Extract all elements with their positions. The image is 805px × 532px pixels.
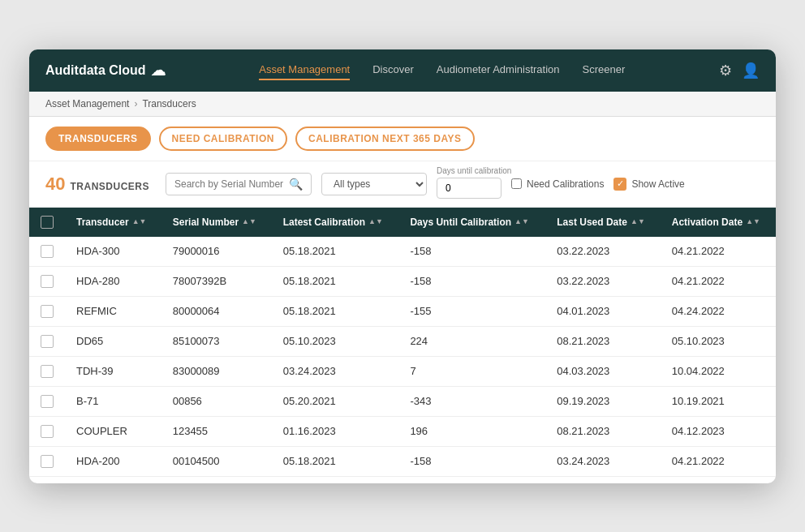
cell-latest-cal-3: 05.10.2023 bbox=[272, 326, 399, 356]
th-days-until[interactable]: Days Until Calibration ▲▼ bbox=[398, 208, 545, 237]
show-active-group: ✓ Show Active bbox=[613, 178, 684, 191]
cell-transducer-8: REFMIC bbox=[65, 476, 161, 483]
cell-last-used-5: 09.19.2023 bbox=[545, 386, 661, 416]
cell-activation-1: 04.21.2022 bbox=[661, 266, 776, 296]
cell-last-used-4: 04.03.2023 bbox=[545, 356, 661, 386]
user-button[interactable]: 👤 bbox=[742, 62, 760, 79]
search-input[interactable] bbox=[174, 178, 284, 190]
table-row: REFMIC 80000064 05.18.2021 -155 04.01.20… bbox=[29, 296, 776, 326]
cell-activation-5: 10.19.2021 bbox=[661, 386, 776, 416]
cell-serial-8: 80000701 bbox=[161, 476, 272, 483]
cell-days-0: -158 bbox=[398, 237, 545, 267]
row-checkbox-cell bbox=[29, 416, 65, 446]
row-checkbox-cell bbox=[29, 476, 65, 483]
cell-activation-4: 10.04.2022 bbox=[661, 356, 776, 386]
cell-days-3: 224 bbox=[398, 326, 545, 356]
cell-transducer-1: HDA-280 bbox=[65, 266, 161, 296]
search-box[interactable]: 🔍 bbox=[166, 173, 312, 195]
cell-transducer-7: HDA-200 bbox=[65, 446, 161, 476]
nav-screener[interactable]: Screener bbox=[583, 60, 626, 80]
cell-serial-6: 123455 bbox=[161, 416, 272, 446]
row-checkbox-cell bbox=[29, 296, 65, 326]
cell-latest-cal-1: 05.18.2021 bbox=[272, 266, 399, 296]
header-checkbox[interactable] bbox=[41, 216, 54, 229]
breadcrumb-separator: › bbox=[134, 98, 137, 109]
row-checkbox-2[interactable] bbox=[41, 305, 54, 318]
days-input-group: Days until calibration bbox=[437, 178, 502, 199]
cell-last-used-2: 04.01.2023 bbox=[545, 296, 661, 326]
breadcrumb-current: Transducers bbox=[142, 98, 196, 109]
th-serial[interactable]: Serial Number ▲▼ bbox=[161, 208, 272, 237]
cloud-icon: ☁ bbox=[151, 62, 166, 79]
navbar-icons: ⚙ 👤 bbox=[719, 62, 760, 79]
cell-days-5: -343 bbox=[398, 386, 545, 416]
nav-audiometer-admin[interactable]: Audiometer Administration bbox=[437, 60, 560, 80]
cell-last-used-3: 08.21.2023 bbox=[545, 326, 661, 356]
need-calibrations-checkbox[interactable] bbox=[511, 178, 522, 189]
cell-days-1: -158 bbox=[398, 266, 545, 296]
cell-days-2: -155 bbox=[398, 296, 545, 326]
table-wrapper: Transducer ▲▼ Serial Number ▲▼ Latest Ca… bbox=[29, 208, 776, 483]
count-label: 40 TRANSDUCERS bbox=[45, 174, 149, 195]
cell-activation-6: 04.12.2023 bbox=[661, 416, 776, 446]
breadcrumb-parent[interactable]: Asset Management bbox=[45, 98, 129, 109]
table-row: TDH-39 83000089 03.24.2023 7 04.03.2023 … bbox=[29, 356, 776, 386]
type-select[interactable]: All types bbox=[321, 173, 427, 195]
brand-name: Auditdata Cloud bbox=[45, 63, 146, 78]
show-active-label: Show Active bbox=[631, 178, 684, 190]
th-last-used[interactable]: Last Used Date ▲▼ bbox=[545, 208, 661, 237]
table-row: B-71 00856 05.20.2021 -343 09.19.2023 10… bbox=[29, 386, 776, 416]
cell-serial-2: 80000064 bbox=[161, 296, 272, 326]
cell-latest-cal-5: 05.20.2021 bbox=[272, 386, 399, 416]
brand: Auditdata Cloud ☁ bbox=[45, 62, 166, 79]
row-checkbox-5[interactable] bbox=[41, 395, 54, 408]
cell-latest-cal-2: 05.18.2021 bbox=[272, 296, 399, 326]
toolbar: 40 TRANSDUCERS 🔍 All types Days until ca… bbox=[29, 161, 776, 208]
row-checkbox-7[interactable] bbox=[41, 455, 54, 468]
row-checkbox-cell bbox=[29, 446, 65, 476]
row-checkbox-cell bbox=[29, 266, 65, 296]
nav-menu: Asset Management Discover Audiometer Adm… bbox=[192, 60, 693, 80]
table-row: DD65 85100073 05.10.2023 224 08.21.2023 … bbox=[29, 326, 776, 356]
cell-activation-2: 04.24.2022 bbox=[661, 296, 776, 326]
row-checkbox-3[interactable] bbox=[41, 335, 54, 348]
cell-activation-7: 04.21.2022 bbox=[661, 446, 776, 476]
cell-days-7: -158 bbox=[398, 446, 545, 476]
filter-calibration-365[interactable]: CALIBRATION NEXT 365 DAYS bbox=[295, 127, 475, 151]
days-input[interactable] bbox=[437, 178, 502, 199]
cell-latest-cal-0: 05.18.2021 bbox=[272, 237, 399, 267]
navbar: Auditdata Cloud ☁ Asset Management Disco… bbox=[29, 49, 776, 92]
cell-latest-cal-8: 05.21.2021 bbox=[272, 476, 399, 483]
table-row: HDA-280 78007392B 05.18.2021 -158 03.22.… bbox=[29, 266, 776, 296]
cell-last-used-1: 03.22.2023 bbox=[545, 266, 661, 296]
filter-transducers[interactable]: TRANSDUCERS bbox=[45, 127, 151, 151]
filter-tabs: TRANSDUCERS NEED CALIBRATION CALIBRATION… bbox=[29, 117, 776, 161]
cell-serial-7: 00104500 bbox=[161, 446, 272, 476]
nav-discover[interactable]: Discover bbox=[372, 60, 414, 80]
th-activation[interactable]: Activation Date ▲▼ bbox=[661, 208, 776, 237]
show-active-checkbox[interactable]: ✓ bbox=[613, 178, 626, 191]
cell-last-used-7: 03.24.2023 bbox=[545, 446, 661, 476]
cell-days-4: 7 bbox=[398, 356, 545, 386]
main-window: Auditdata Cloud ☁ Asset Management Disco… bbox=[29, 49, 776, 483]
need-calibrations-label: Need Calibrations bbox=[527, 178, 604, 190]
row-checkbox-6[interactable] bbox=[41, 425, 54, 438]
th-transducer[interactable]: Transducer ▲▼ bbox=[65, 208, 161, 237]
cell-last-used-8: 03.23.2023 bbox=[545, 476, 661, 483]
table-row: COUPLER 123455 01.16.2023 196 08.21.2023… bbox=[29, 416, 776, 446]
cell-latest-cal-7: 05.18.2021 bbox=[272, 446, 399, 476]
th-latest-cal[interactable]: Latest Calibration ▲▼ bbox=[272, 208, 399, 237]
settings-button[interactable]: ⚙ bbox=[719, 62, 732, 79]
table-row: HDA-200 00104500 05.18.2021 -158 03.24.2… bbox=[29, 446, 776, 476]
row-checkbox-0[interactable] bbox=[41, 245, 54, 258]
row-checkbox-cell bbox=[29, 386, 65, 416]
row-checkbox-4[interactable] bbox=[41, 365, 54, 378]
row-checkbox-1[interactable] bbox=[41, 275, 54, 288]
cell-serial-3: 85100073 bbox=[161, 326, 272, 356]
cell-transducer-6: COUPLER bbox=[65, 416, 161, 446]
nav-asset-management[interactable]: Asset Management bbox=[259, 60, 350, 80]
filter-need-calibration[interactable]: NEED CALIBRATION bbox=[159, 127, 287, 151]
row-checkbox-cell bbox=[29, 237, 65, 267]
cell-transducer-4: TDH-39 bbox=[65, 356, 161, 386]
transducer-count-label: TRANSDUCERS bbox=[70, 181, 149, 192]
